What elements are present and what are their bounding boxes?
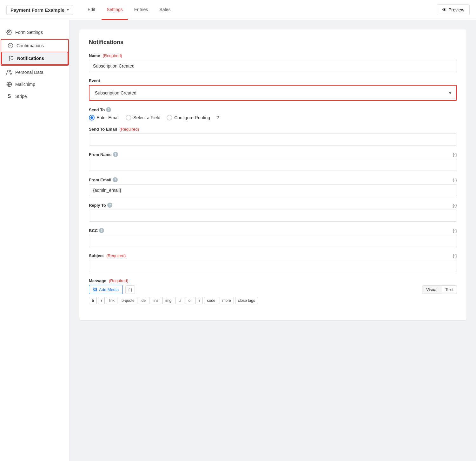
radio-select-field[interactable]: Select a Field bbox=[126, 115, 160, 120]
sidebar-label-form-settings: Form Settings bbox=[15, 30, 43, 35]
person-icon bbox=[6, 69, 12, 75]
visual-text-toggle: Visual Text bbox=[422, 285, 457, 294]
eye-icon: 👁 bbox=[442, 7, 446, 12]
sidebar-item-confirmations[interactable]: Confirmations bbox=[1, 40, 68, 52]
from-name-input[interactable] bbox=[89, 159, 457, 171]
send-to-group: Send To ? Enter Email Select a Field Con… bbox=[89, 107, 457, 120]
from-email-help-icon[interactable]: ? bbox=[113, 177, 118, 182]
sidebar: Form Settings Confirmations Notifi bbox=[0, 20, 70, 461]
tab-settings[interactable]: Settings bbox=[102, 0, 128, 20]
notifications-card: Notifications Name (Required) Event Subs… bbox=[79, 29, 466, 320]
sidebar-label-confirmations: Confirmations bbox=[17, 43, 44, 48]
svg-point-3 bbox=[8, 70, 10, 72]
fmt-ul[interactable]: ul bbox=[175, 297, 184, 304]
check-circle-icon bbox=[8, 43, 13, 49]
form-title-dropdown[interactable]: Payment Form Example ▾ bbox=[6, 5, 73, 15]
sidebar-confirmations-highlighted: Confirmations Notifications bbox=[1, 39, 69, 66]
form-title: Payment Form Example bbox=[10, 7, 64, 13]
event-label: Event bbox=[89, 78, 457, 83]
topbar: Payment Form Example ▾ Edit Settings Ent… bbox=[0, 0, 476, 20]
toolbar-left: 🖼 Add Media {·} bbox=[89, 285, 135, 294]
sidebar-label-stripe: Stripe bbox=[15, 94, 27, 99]
fmt-li[interactable]: li bbox=[195, 297, 203, 304]
name-input[interactable] bbox=[89, 60, 457, 72]
text-button[interactable]: Text bbox=[441, 285, 457, 294]
fmt-link[interactable]: link bbox=[106, 297, 117, 304]
flag-icon bbox=[8, 55, 14, 61]
event-dropdown-wrap: Subscription Created ▾ bbox=[91, 87, 455, 99]
globe-icon bbox=[6, 81, 12, 87]
top-nav: Edit Settings Entries Sales bbox=[83, 0, 427, 20]
stripe-icon: S bbox=[6, 94, 12, 99]
section-title: Notifications bbox=[89, 39, 457, 46]
send-to-email-group: Send To Email (Required) bbox=[89, 127, 457, 146]
radio-circle-enter-email bbox=[89, 115, 95, 120]
add-media-button[interactable]: 🖼 Add Media bbox=[89, 285, 123, 294]
send-to-email-input[interactable] bbox=[89, 133, 457, 146]
radio-enter-email[interactable]: Enter Email bbox=[89, 115, 119, 120]
fmt-italic[interactable]: i bbox=[98, 297, 105, 304]
send-to-help-icon[interactable]: ? bbox=[106, 107, 111, 112]
event-dropdown[interactable]: Subscription Created bbox=[91, 87, 455, 99]
bcc-help-icon[interactable]: ? bbox=[99, 228, 104, 233]
sidebar-item-mailchimp[interactable]: Mailchimp bbox=[0, 78, 69, 90]
routing-help-icon[interactable]: ? bbox=[216, 115, 219, 120]
fmt-img[interactable]: img bbox=[162, 297, 174, 304]
sidebar-label-personal-data: Personal Data bbox=[15, 70, 43, 75]
from-name-merge-icon[interactable]: {·} bbox=[453, 152, 457, 157]
subject-input[interactable] bbox=[89, 260, 457, 272]
fmt-close-tags[interactable]: close tags bbox=[235, 297, 258, 304]
fmt-bquote[interactable]: b-quote bbox=[119, 297, 137, 304]
media-icon: 🖼 bbox=[93, 287, 97, 292]
name-label: Name (Required) bbox=[89, 53, 457, 58]
main-layout: Form Settings Confirmations Notifi bbox=[0, 20, 476, 461]
message-group: Message (Required) 🖼 Add Media {·} Visua… bbox=[89, 278, 457, 304]
name-field-group: Name (Required) bbox=[89, 53, 457, 72]
event-field-group: Event Subscription Created ▾ bbox=[89, 78, 457, 101]
reply-to-input[interactable] bbox=[89, 210, 457, 222]
fmt-del[interactable]: del bbox=[139, 297, 149, 304]
from-name-label: From Name ? {·} bbox=[89, 152, 457, 157]
tab-edit[interactable]: Edit bbox=[83, 0, 100, 20]
sidebar-item-stripe[interactable]: S Stripe bbox=[0, 90, 69, 102]
from-email-group: From Email ? {·} bbox=[89, 177, 457, 196]
reply-to-merge-icon[interactable]: {·} bbox=[453, 203, 457, 208]
event-dropdown-highlighted: Subscription Created ▾ bbox=[89, 85, 457, 101]
send-to-email-label: Send To Email (Required) bbox=[89, 127, 457, 132]
gear-icon bbox=[6, 29, 12, 35]
from-email-input[interactable] bbox=[89, 184, 457, 196]
bcc-input[interactable] bbox=[89, 235, 457, 247]
visual-button[interactable]: Visual bbox=[422, 285, 441, 294]
sidebar-label-mailchimp: Mailchimp bbox=[15, 82, 35, 87]
tab-entries[interactable]: Entries bbox=[129, 0, 153, 20]
merge-tags-button[interactable]: {·} bbox=[125, 285, 135, 294]
subject-label: Subject (Required) {·} bbox=[89, 253, 457, 258]
from-name-help-icon[interactable]: ? bbox=[113, 152, 118, 157]
sidebar-item-notifications[interactable]: Notifications bbox=[1, 52, 68, 65]
sidebar-item-personal-data[interactable]: Personal Data bbox=[0, 66, 69, 78]
fmt-ins[interactable]: ins bbox=[151, 297, 161, 304]
bcc-group: BCC ? {·} bbox=[89, 228, 457, 247]
sidebar-label-notifications: Notifications bbox=[17, 56, 44, 61]
bcc-merge-icon[interactable]: {·} bbox=[453, 228, 457, 233]
reply-to-label: Reply To ? {·} bbox=[89, 203, 457, 208]
fmt-bold[interactable]: b bbox=[89, 297, 97, 304]
chevron-down-icon: ▾ bbox=[67, 8, 69, 12]
radio-configure-routing[interactable]: Configure Routing bbox=[167, 115, 210, 120]
svg-point-0 bbox=[9, 32, 10, 33]
fmt-code[interactable]: code bbox=[204, 297, 218, 304]
from-name-group: From Name ? {·} bbox=[89, 152, 457, 171]
sidebar-item-form-settings[interactable]: Form Settings bbox=[0, 26, 69, 38]
fmt-ol[interactable]: ol bbox=[186, 297, 194, 304]
bcc-label: BCC ? {·} bbox=[89, 228, 457, 233]
radio-circle-select-field bbox=[126, 115, 131, 120]
preview-button[interactable]: 👁 Preview bbox=[437, 4, 470, 15]
fmt-more[interactable]: more bbox=[220, 297, 234, 304]
tab-sales[interactable]: Sales bbox=[154, 0, 175, 20]
reply-to-group: Reply To ? {·} bbox=[89, 203, 457, 222]
subject-merge-icon[interactable]: {·} bbox=[453, 253, 457, 258]
send-to-label: Send To ? bbox=[89, 107, 457, 112]
from-email-merge-icon[interactable]: {·} bbox=[453, 178, 457, 182]
reply-to-help-icon[interactable]: ? bbox=[107, 203, 112, 208]
subject-group: Subject (Required) {·} bbox=[89, 253, 457, 272]
